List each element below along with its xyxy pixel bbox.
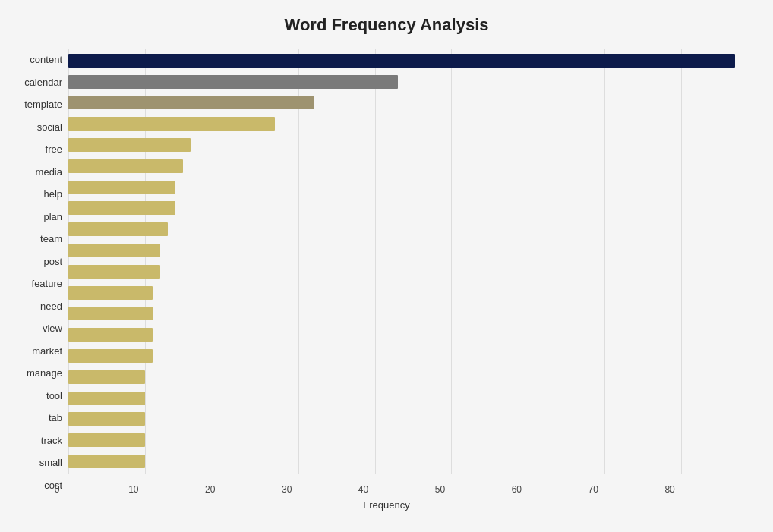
bar-team [68,222,168,236]
bar-row-calendar [68,74,758,90]
y-label-market: market [15,341,62,360]
bar-row-tool [68,369,758,386]
bar-small [68,433,145,447]
y-label-media: media [15,162,62,181]
bar-free [68,138,191,152]
y-label-need: need [15,296,62,316]
x-tick-50: 50 [428,484,451,495]
bar-row-tab [68,390,758,407]
y-label-plan: plan [15,206,62,226]
chart-title: Word Frequency Analysis [15,15,758,35]
x-tick-70: 70 [582,484,604,495]
bar-row-media [68,158,758,175]
x-tick-80: 80 [658,484,681,495]
bar-social [68,117,275,131]
bar-row-market [68,326,758,343]
bar-row-manage [68,348,758,364]
bar-row-free [68,137,758,153]
chart-area: contentcalendartemplatesocialfreemediahe… [15,49,758,496]
bar-track [68,412,145,426]
y-label-calendar: calendar [15,72,62,92]
bar-view [68,307,153,320]
bar-row-cost [68,453,758,470]
y-label-help: help [15,184,62,204]
y-label-track: track [15,430,62,450]
y-label-small: small [15,453,62,473]
bar-market [68,328,153,342]
bar-row-help [68,179,758,196]
y-label-tab: tab [15,408,62,428]
plot-area: 01020304050607080 [68,49,758,496]
x-axis-labels: 01020304050607080 [68,475,758,496]
bar-template [68,96,314,109]
bar-row-need [68,285,758,301]
x-tick-20: 20 [199,484,222,495]
bar-cost [68,455,145,468]
bar-tab [68,392,145,405]
y-label-content: content [15,50,62,70]
bar-row-view [68,305,758,322]
bar-row-track [68,411,758,427]
bar-row-plan [68,200,758,216]
y-label-post: post [15,251,62,271]
y-label-feature: feature [15,274,62,294]
bar-row-team [68,221,758,238]
y-label-free: free [15,140,62,159]
x-tick-40: 40 [352,484,375,495]
bar-row-template [68,94,758,111]
y-label-team: team [15,229,62,249]
x-tick-30: 30 [276,484,298,495]
bar-tool [68,370,145,384]
bar-manage [68,349,153,363]
bar-media [68,159,183,173]
y-label-social: social [15,117,62,137]
bar-help [68,181,175,194]
y-label-manage: manage [15,364,62,383]
y-label-template: template [15,95,62,115]
y-label-tool: tool [15,386,62,405]
x-tick-0: 0 [46,484,68,495]
y-label-view: view [15,319,62,338]
bar-row-post [68,242,758,259]
bar-row-feature [68,263,758,280]
bar-calendar [68,75,398,89]
x-tick-60: 60 [505,484,528,495]
bar-row-content [68,52,758,69]
y-axis-labels: contentcalendartemplatesocialfreemediahe… [15,49,68,496]
bar-feature [68,265,160,279]
bar-post [68,244,160,257]
bar-row-small [68,432,758,449]
x-tick-10: 10 [122,484,145,495]
bar-need [68,286,153,300]
x-axis-title: Frequency [15,499,758,511]
chart-container: Word Frequency Analysis contentcalendart… [0,0,773,532]
bar-row-social [68,115,758,132]
bar-plan [68,201,175,215]
bars-wrapper [68,49,758,474]
bar-content [68,54,735,68]
